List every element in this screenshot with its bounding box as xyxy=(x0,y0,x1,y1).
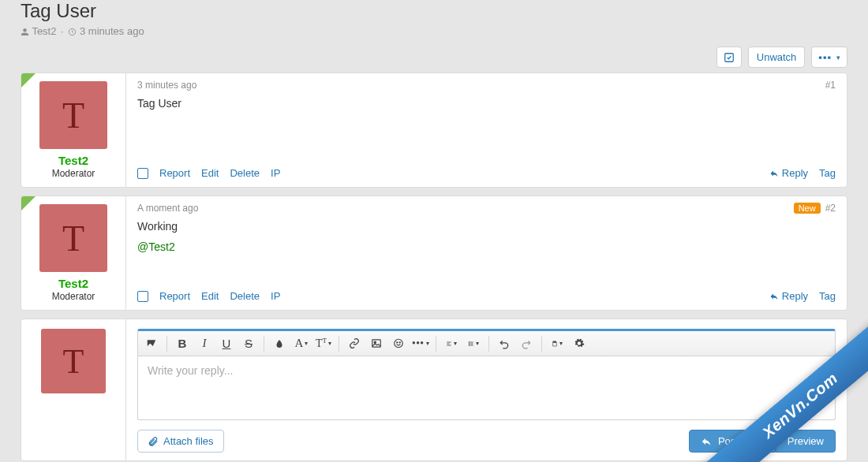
check-square-icon xyxy=(724,52,735,63)
editor-toolbar: B I U S A▾ TT▾ xyxy=(138,331,835,356)
staff-corner-badge xyxy=(21,73,36,88)
new-badge: New xyxy=(794,203,821,214)
image-button[interactable] xyxy=(366,333,387,354)
post-reply-button[interactable]: Post reply xyxy=(689,430,776,453)
list-icon xyxy=(468,338,474,349)
user-mention[interactable]: @Test2 xyxy=(137,240,175,253)
attach-files-button[interactable]: Attach files xyxy=(137,430,224,453)
link-button[interactable] xyxy=(344,333,365,354)
ip-link[interactable]: IP xyxy=(271,290,280,302)
redo-button[interactable] xyxy=(516,333,537,354)
post-time[interactable]: 3 minutes ago xyxy=(137,80,196,91)
undo-button[interactable] xyxy=(494,333,514,354)
report-link[interactable]: Report xyxy=(159,290,190,302)
align-button[interactable]: ▾ xyxy=(441,333,462,354)
avatar[interactable]: T xyxy=(39,204,107,272)
page-title: Tag User xyxy=(21,0,847,22)
save-icon xyxy=(552,338,558,349)
post-content: Tag User xyxy=(137,97,836,159)
tag-link[interactable]: Tag xyxy=(819,167,836,179)
font-size-button[interactable]: TT▾ xyxy=(313,333,334,354)
undo-icon xyxy=(499,338,510,349)
redo-icon xyxy=(521,338,532,349)
reply-textarea[interactable]: Write your reply... xyxy=(138,356,835,419)
text-color-button[interactable] xyxy=(269,333,290,354)
username-link[interactable]: Test2 xyxy=(28,277,119,291)
underline-button[interactable]: U xyxy=(216,333,237,354)
reply-icon xyxy=(769,292,779,301)
user-title: Moderator xyxy=(28,291,119,302)
mark-read-button[interactable] xyxy=(716,47,742,68)
post-time[interactable]: A moment ago xyxy=(137,203,198,214)
post-permalink[interactable]: #2 xyxy=(825,203,836,214)
strike-button[interactable]: S xyxy=(238,333,259,354)
tag-link[interactable]: Tag xyxy=(819,290,836,302)
gear-icon xyxy=(574,337,585,349)
toggle-bbcode-button[interactable] xyxy=(569,333,589,354)
ip-link[interactable]: IP xyxy=(271,167,280,179)
thread-author: Test2 xyxy=(32,25,56,37)
insert-more-button[interactable]: •••▾ xyxy=(410,333,431,354)
username-link[interactable]: Test2 xyxy=(28,154,119,168)
user-title: Moderator xyxy=(28,168,119,179)
reply-icon xyxy=(769,169,779,178)
delete-link[interactable]: Delete xyxy=(230,290,260,302)
clear-formatting-icon[interactable] xyxy=(141,333,162,354)
font-family-button[interactable]: A▾ xyxy=(291,333,312,354)
svg-rect-1 xyxy=(725,53,734,61)
paperclip-icon xyxy=(148,436,159,447)
quick-reply: T B I U S A▾ xyxy=(21,319,847,461)
post-permalink[interactable]: #1 xyxy=(825,80,836,91)
reply-link[interactable]: Reply xyxy=(769,290,808,302)
align-icon xyxy=(446,338,452,349)
edit-link[interactable]: Edit xyxy=(201,167,219,179)
svg-point-8 xyxy=(469,343,470,344)
emoji-button[interactable] xyxy=(388,333,409,354)
preview-button[interactable]: Preview xyxy=(776,430,836,453)
editor: B I U S A▾ TT▾ xyxy=(137,329,836,420)
svg-rect-10 xyxy=(554,341,556,343)
drafts-button[interactable]: ▾ xyxy=(547,333,567,354)
user-icon xyxy=(21,28,29,36)
more-options-button[interactable]: ••• ▾ xyxy=(811,47,847,68)
smile-icon xyxy=(393,337,404,349)
svg-rect-2 xyxy=(372,340,381,347)
drop-icon xyxy=(275,338,284,349)
staff-corner-badge xyxy=(21,196,36,211)
select-post-checkbox[interactable] xyxy=(137,168,148,179)
svg-point-4 xyxy=(395,339,403,348)
avatar-initial: T xyxy=(63,341,84,382)
thread-time: 3 minutes ago xyxy=(80,25,144,37)
list-button[interactable]: ▾ xyxy=(463,333,484,354)
delete-link[interactable]: Delete xyxy=(230,167,260,179)
edit-link[interactable]: Edit xyxy=(201,290,219,302)
avatar[interactable]: T xyxy=(39,81,107,149)
avatar[interactable]: T xyxy=(41,329,106,393)
reply-icon xyxy=(701,436,712,447)
post: T Test2 Moderator 3 minutes ago #1 Tag U… xyxy=(21,73,847,188)
bold-button[interactable]: B xyxy=(172,333,193,354)
report-link[interactable]: Report xyxy=(159,167,190,179)
italic-button[interactable]: I xyxy=(194,333,215,354)
link-icon xyxy=(349,337,360,349)
svg-point-6 xyxy=(399,342,400,343)
reply-link[interactable]: Reply xyxy=(769,167,808,179)
clock-icon xyxy=(68,28,77,36)
avatar-initial: T xyxy=(62,95,84,136)
avatar-initial: T xyxy=(62,218,84,259)
unwatch-button[interactable]: Unwatch xyxy=(748,47,806,68)
post: T Test2 Moderator A moment ago New #2 Wo… xyxy=(21,196,847,311)
svg-point-3 xyxy=(374,341,376,343)
post-content: Working @Test2 xyxy=(137,220,836,282)
image-icon xyxy=(371,337,382,349)
thread-meta: Test2 · 3 minutes ago xyxy=(21,25,847,37)
select-post-checkbox[interactable] xyxy=(137,291,148,302)
svg-point-5 xyxy=(397,342,398,343)
svg-point-9 xyxy=(469,345,470,345)
svg-point-7 xyxy=(469,341,470,342)
ellipsis-icon: ••• xyxy=(818,51,832,63)
